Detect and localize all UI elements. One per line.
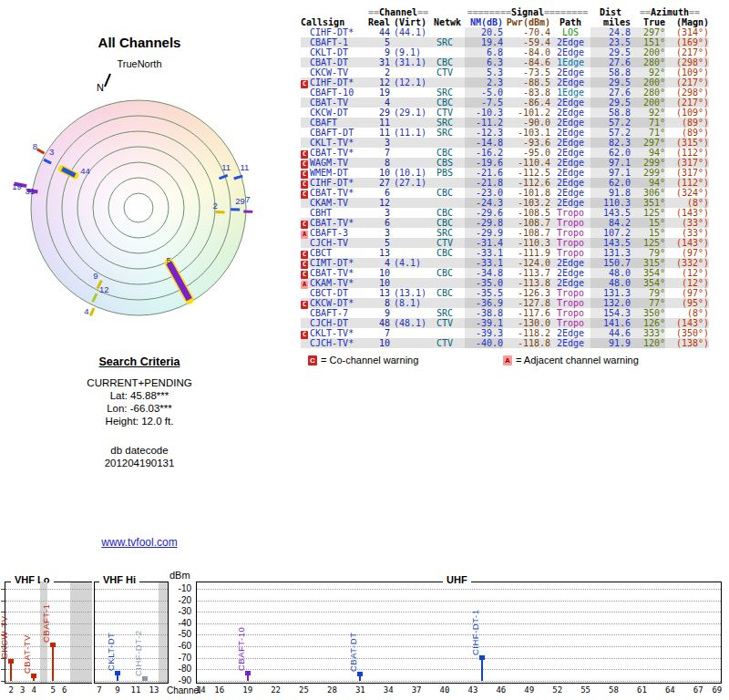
cell-callsign[interactable]: CIMT-DT* [310,258,366,268]
table-row: CBAFT-1019SRC-5.0-83.81Edge27.6280°(298°… [301,88,709,98]
cell-callsign[interactable]: CBAT-TV* [310,188,366,198]
cell-real: 13 [366,288,390,298]
cell-nm: -35.5 [465,288,503,298]
cell-magn: (143°) [665,318,709,328]
radar-marker-label: 29 [235,196,245,206]
cell-pwr: -84.0 [503,47,550,57]
cell-miles: 44.6 [590,328,631,338]
search-criteria-heading: Search Criteria [0,355,279,368]
cell-callsign[interactable]: CBAFT-7 [310,308,366,318]
radar-marker [44,160,51,163]
radar-marker-label: 2 [213,201,218,211]
cell-callsign[interactable]: WMEM-DT [310,168,366,178]
header-pwr: Pwr(dBm) [503,17,550,27]
cell-callsign[interactable]: CKCW-DT* [310,298,366,308]
cell-netwk: CBC [430,288,465,298]
cell-path: 2Edge [550,258,590,268]
cell-callsign[interactable]: CKCW-TV [310,67,366,77]
radar-marker-label: 11 [240,162,249,172]
cell-netwk: SRC [430,228,465,238]
cell-callsign[interactable]: CBAFT-1 [310,37,366,47]
cell-path: 2Edge [550,188,590,198]
cell-callsign[interactable]: CIHF-DT* [310,178,366,188]
cell-netwk: CBC [430,98,465,108]
cell-path: 2Edge [550,138,590,148]
cell-netwk: CBC [430,208,465,218]
cell-callsign[interactable]: CBAT-TV* [310,268,366,278]
cell-virt: (10.1) [390,168,430,178]
cell-path: 2Edge [550,178,590,188]
cell-real: 27 [366,178,390,188]
cell-nm: -39.3 [465,328,503,338]
cell-callsign[interactable]: CBCT [310,248,366,258]
cell-callsign[interactable]: CBAT-TV* [310,148,366,158]
cell-callsign[interactable]: CBAFT-10 [310,88,366,98]
cell-true: 15° [631,218,665,228]
cell-real: 9 [366,47,390,57]
cell-virt: (31.1) [390,57,430,67]
cell-callsign[interactable]: CJCH-TV [310,238,366,248]
cell-magn: (12°) [665,268,709,278]
cell-path: 2Edge [550,198,590,208]
cell-pwr: -83.8 [503,88,550,98]
cell-netwk: CBC [430,148,465,158]
cell-callsign[interactable]: CKLT-TV* [310,328,366,338]
cell-magn: (12°) [665,278,709,288]
radar-marker [93,293,97,302]
cell-magn: (217°) [665,77,709,88]
cell-callsign[interactable]: CBAT-TV [310,98,366,108]
cell-callsign[interactable]: CIHF-DT* [310,27,366,37]
cell-callsign[interactable]: CBHT [310,208,366,218]
cell-miles: 150.7 [590,258,631,268]
north-n-label: N [97,82,104,93]
cell-nm: -14.8 [465,138,503,148]
cell-callsign[interactable]: CBAFT-DT [310,128,366,138]
adjacent-channel-warning-badge: A [301,281,308,289]
cell-real: 13 [366,248,390,258]
vhf-hi-label: VHF Hi [99,574,139,585]
cell-callsign[interactable]: CBAFT-3 [310,228,366,238]
table-row: CJCH-TV5CTV-31.4-110.3Tropo143.5125°(143… [301,238,709,248]
cell-callsign[interactable]: WAGM-TV [310,158,366,168]
cell-true: 354° [631,278,665,288]
db-datecode-value: 201204190131 [0,457,279,469]
cell-callsign[interactable]: CKAM-TV* [310,278,366,288]
cell-miles: 110.3 [590,198,631,208]
cell-miles: 29.5 [590,98,631,108]
cell-callsign[interactable]: CKAM-TV [310,198,366,208]
cell-warn: C [301,328,310,339]
channel-tick-label: 67 [690,685,706,695]
cell-pwr: -59.4 [503,37,550,47]
cell-magn: (97°) [665,248,709,258]
cell-callsign[interactable]: CBAFT [310,118,366,128]
cell-true: 125° [631,238,665,248]
cell-real: 48 [366,318,390,328]
cell-callsign[interactable]: CIHF-DT* [310,77,366,88]
cell-callsign[interactable]: CBAT-TV* [310,218,366,228]
cell-true: 71° [631,128,665,138]
cell-callsign[interactable]: CKCW-DT [310,108,366,118]
cell-callsign[interactable]: CKLT-TV* [310,138,366,148]
table-row: CKAM-TV12-24.3-103.22Edge110.3351°(8°) [301,198,709,208]
channel-tick-label: 49 [521,685,538,695]
cell-true: 79° [631,248,665,258]
cell-miles: 82.3 [590,138,631,148]
cell-magn: (112°) [665,148,709,158]
cell-pwr: -110.4 [503,158,550,168]
cell-path: Tropo [550,288,590,298]
cell-netwk: SRC [430,37,465,47]
table-row: CJCH-TV*10CTV-40.0-118.82Edge91.9120°(13… [301,338,709,348]
cell-callsign[interactable]: CJCH-DT [310,318,366,328]
cell-warn: A [301,278,310,289]
cell-nm: -12.3 [465,128,503,138]
table-row: CKCW-DT29(29.1)CTV-10.3-101.22Edge58.892… [301,108,709,118]
cell-callsign[interactable]: CJCH-TV* [310,338,366,348]
radar-center [124,193,153,222]
cell-callsign[interactable]: CBAT-DT [310,57,366,67]
cell-magn: (317°) [665,158,709,168]
cell-magn: (8°) [665,198,709,208]
cell-callsign[interactable]: CBCT-DT [310,288,366,298]
cell-callsign[interactable]: CKLT-DT [310,47,366,57]
cell-nm: 6.8 [465,47,503,57]
tvfool-link[interactable]: www.tvfool.com [101,536,177,549]
